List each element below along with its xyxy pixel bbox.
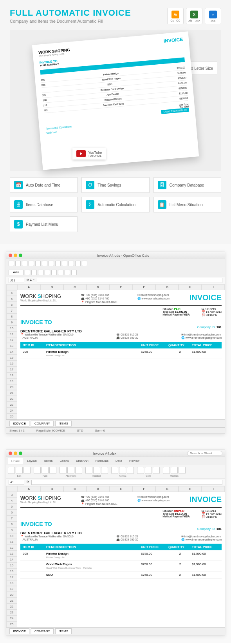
excel-window: Invoice A4.xlsx HomeLayoutTablesChartsSm… xyxy=(6,450,225,635)
cell-reference-bar: fx xyxy=(6,479,225,486)
maximize-icon[interactable] xyxy=(19,452,22,455)
close-icon[interactable] xyxy=(9,254,12,257)
feature-icon: ⏱ xyxy=(86,181,94,189)
openoffice-section: Invoice A4.ods - OpenOffice Calc Arial f… xyxy=(0,244,231,442)
close-icon[interactable] xyxy=(9,452,12,455)
sheet-tab[interactable]: COMPANY xyxy=(31,628,54,634)
features-grid: 📅Auto Date and Time⏱Time Savings🗄Company… xyxy=(10,177,221,232)
search-input[interactable] xyxy=(187,451,222,456)
ribbon-tab[interactable]: Layout xyxy=(24,458,40,464)
ribbon-group: Number xyxy=(85,467,108,477)
youtube-icon xyxy=(76,150,86,157)
maximize-icon[interactable] xyxy=(19,254,22,257)
status-bar: Sheet 1 / 3 PageStyle_ICOVICE STD Sum=0 xyxy=(6,427,225,434)
font-selector[interactable]: Arial xyxy=(9,270,23,275)
feature-item: 📅Auto Date and Time xyxy=(10,177,78,193)
ribbon-tab[interactable]: Data xyxy=(112,458,125,464)
spreadsheet[interactable]: ABCDEFGHI4 WORK SHOPINGWork Shoping Hold… xyxy=(6,284,225,419)
sheet-tab[interactable]: ITEMS xyxy=(55,421,72,426)
file-type-icons: AiCs - CCX.xls - .xlsx○.ods xyxy=(167,8,221,24)
feature-item: $Paymed List Menu xyxy=(10,216,78,232)
promo-section: FULL AUTOMATIC INVOICE Company and Items… xyxy=(0,0,231,244)
excel-section: Invoice A4.xlsx HomeLayoutTablesChartsSm… xyxy=(0,442,231,643)
youtube-badge[interactable]: YouTubeTUTORIAL xyxy=(72,148,106,160)
ribbon-group: Themes xyxy=(163,467,186,477)
feature-item: ⏱Time Savings xyxy=(81,177,149,193)
ribbon-group: Edit xyxy=(8,467,31,477)
feature-item: 🗄Company Database xyxy=(153,177,221,193)
window-title: Invoice A4.xlsx xyxy=(24,452,186,455)
feature-item: 📋List Menu Situation xyxy=(153,197,221,212)
file-type-icon: AiCs - CC xyxy=(167,8,184,24)
invoice-paper: WORK SHOPING Work Shoping Holding Ltd.St… xyxy=(32,31,199,170)
spreadsheet[interactable]: ABCDEFGHI3 WORK SHOPINGWork Shoping Hold… xyxy=(6,486,225,627)
ribbon-group: Format xyxy=(111,467,134,477)
sheet-tab[interactable]: ICOVICE xyxy=(9,628,29,634)
toolbar-button[interactable] xyxy=(9,261,14,266)
sheet-tab[interactable]: ITEMS xyxy=(55,628,72,634)
cell-ref-input[interactable] xyxy=(9,480,24,485)
minimize-icon[interactable] xyxy=(14,254,17,257)
sheet-tabs: ICOVICECOMPANYITEMS xyxy=(6,627,225,635)
ribbon-tab[interactable]: Home xyxy=(8,458,23,464)
invoice-preview: A4 and Letter Size WORK SHOPING Work Sho… xyxy=(10,30,221,171)
file-type-icon: X.xls - .xlsx xyxy=(186,8,202,24)
feature-icon: $ xyxy=(14,220,23,229)
title-block: FULL AUTOMATIC INVOICE Company and Items… xyxy=(10,8,131,24)
window-titlebar: Invoice A4.ods - OpenOffice Calc xyxy=(6,252,225,259)
subtitle: Company and Items the Document Automatic… xyxy=(10,19,131,24)
ribbon-group: Cells xyxy=(137,467,160,477)
toolbar-row-1 xyxy=(6,259,225,268)
formula-input[interactable] xyxy=(31,480,222,485)
file-type-icon: ○.ods xyxy=(205,8,221,24)
ribbon: HomeLayoutTablesChartsSmartArtFormulasDa… xyxy=(6,457,225,479)
minimize-icon[interactable] xyxy=(14,452,17,455)
sheet-tab[interactable]: COMPANY xyxy=(31,421,54,426)
feature-icon: 📋 xyxy=(158,200,166,209)
ribbon-group: Font xyxy=(34,467,56,477)
window-titlebar: Invoice A4.xlsx xyxy=(6,450,225,457)
ribbon-tab[interactable]: Tables xyxy=(40,458,56,464)
main-title: FULL AUTOMATIC INVOICE xyxy=(10,8,131,18)
ribbon-tab[interactable]: Formulas xyxy=(92,458,112,464)
feature-icon: 📅 xyxy=(14,181,23,189)
sheet-tab[interactable]: ICOVICE xyxy=(9,421,29,426)
cell-ref-input[interactable] xyxy=(9,278,24,283)
feature-icon: 🗄 xyxy=(158,181,166,189)
ribbon-tab[interactable]: Review xyxy=(126,458,143,464)
sheet-tabs: ICOVICECOMPANYITEMS xyxy=(6,419,225,427)
feature-item: 🗄Items Database xyxy=(10,197,78,212)
cell-reference-bar: fx Σ = xyxy=(6,277,225,284)
ribbon-group: Alignment xyxy=(60,467,82,477)
feature-icon: Σ xyxy=(86,200,94,209)
feature-item: ΣAutomatic Calculation xyxy=(81,197,149,212)
openoffice-window: Invoice A4.ods - OpenOffice Calc Arial f… xyxy=(6,252,225,434)
toolbar-row-2: Arial xyxy=(6,268,225,277)
feature-icon: 🗄 xyxy=(14,200,23,209)
ribbon-tab[interactable]: SmartArt xyxy=(73,458,92,464)
window-title: Invoice A4.ods - OpenOffice Calc xyxy=(24,254,222,258)
ribbon-tab[interactable]: Charts xyxy=(57,458,72,464)
formula-input[interactable] xyxy=(37,278,222,283)
